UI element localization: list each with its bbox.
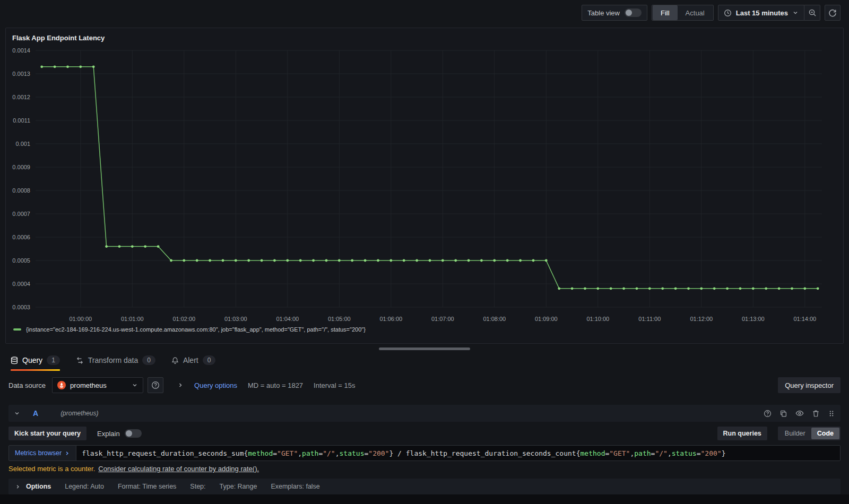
collapse-chevron-icon[interactable] <box>14 410 20 416</box>
toggle-knob <box>626 10 632 16</box>
svg-text:01:13:00: 01:13:00 <box>742 316 765 322</box>
bell-icon <box>171 357 179 364</box>
metrics-browser-label: Metrics browser <box>15 449 62 457</box>
datasource-row: Data source prometheus Query options MD … <box>8 376 841 394</box>
explain-toggle[interactable] <box>125 429 142 438</box>
tab-query-label: Query <box>22 356 42 364</box>
explain-label: Explain <box>97 430 120 438</box>
query-options-summary-row: Options Legend: Auto Format: Time series… <box>8 479 841 494</box>
svg-text:01:03:00: 01:03:00 <box>224 316 247 322</box>
fill-button[interactable]: Fill <box>653 5 678 20</box>
svg-text:01:14:00: 01:14:00 <box>793 316 816 322</box>
promql-query-input[interactable]: flask_http_request_duration_seconds_sum{… <box>76 446 840 460</box>
panel-title: Flask App Endpoint Latency <box>6 28 843 43</box>
svg-text:0.0005: 0.0005 <box>12 257 30 264</box>
svg-text:0.0008: 0.0008 <box>12 187 30 194</box>
legend-swatch <box>13 328 21 331</box>
search-minus-icon <box>808 8 817 17</box>
builder-button[interactable]: Builder <box>779 428 811 439</box>
tab-query-count: 1 <box>47 355 60 365</box>
query-options-group: Query options MD = auto = 1827 Interval … <box>177 381 355 389</box>
svg-text:0.0006: 0.0006 <box>12 234 30 240</box>
svg-text:01:12:00: 01:12:00 <box>690 316 713 322</box>
query-toolbar: Kick start your query Explain Run querie… <box>8 427 841 440</box>
svg-text:0.0004: 0.0004 <box>12 281 30 287</box>
drag-handle-icon[interactable] <box>828 410 835 418</box>
query-inspector-button[interactable]: Query inspector <box>778 377 841 393</box>
query-ref-id[interactable]: A <box>33 409 38 418</box>
svg-text:01:00:00: 01:00:00 <box>69 316 92 322</box>
query-options-interval: Interval = 15s <box>314 381 355 389</box>
chevron-right-icon <box>64 450 70 456</box>
query-options-link[interactable]: Query options <box>194 381 237 389</box>
datasource-name: prometheus <box>70 381 127 389</box>
svg-text:01:09:00: 01:09:00 <box>535 316 558 322</box>
svg-text:01:10:00: 01:10:00 <box>586 316 609 322</box>
warning-text: Selected metric is a counter. <box>8 465 95 473</box>
svg-text:01:02:00: 01:02:00 <box>172 316 195 322</box>
chevron-right-icon[interactable] <box>177 382 184 388</box>
svg-text:01:01:00: 01:01:00 <box>121 316 144 322</box>
refresh-button[interactable] <box>825 5 841 21</box>
tab-alert-count: 0 <box>203 355 216 365</box>
promql-editor-row: Metrics browser flask_http_request_durat… <box>8 445 841 461</box>
svg-text:01:08:00: 01:08:00 <box>483 316 506 322</box>
remove-query-trash-icon[interactable] <box>812 410 820 418</box>
query-row-header: A (prometheus) <box>8 405 841 422</box>
svg-text:01:11:00: 01:11:00 <box>638 316 661 322</box>
options-expander[interactable]: Options <box>15 483 51 490</box>
editor-tabs: Query 1 Transform data 0 Alert 0 <box>0 350 849 371</box>
help-circle-icon[interactable] <box>764 410 772 418</box>
metrics-browser-button[interactable]: Metrics browser <box>9 446 76 460</box>
option-legend: Legend: Auto <box>65 483 104 490</box>
svg-text:0.0011: 0.0011 <box>13 117 30 124</box>
latency-panel: Flask App Endpoint Latency 01:00:0001:01… <box>5 28 844 344</box>
clock-icon <box>724 9 732 17</box>
svg-text:0.0014: 0.0014 <box>12 47 30 54</box>
panel-editor-toolbar: Table view Fill Actual Last 15 minutes <box>0 0 849 25</box>
svg-text:01:07:00: 01:07:00 <box>431 316 454 322</box>
table-view-toggle[interactable] <box>625 8 642 17</box>
run-queries-button[interactable]: Run queries <box>717 427 767 440</box>
query-row-actions <box>764 409 835 418</box>
warning-rate-link[interactable]: Consider calculating rate of counter by … <box>98 465 259 473</box>
svg-text:01:05:00: 01:05:00 <box>328 316 351 322</box>
datasource-select[interactable]: prometheus <box>52 377 143 393</box>
tab-transform-label: Transform data <box>88 356 138 364</box>
chevron-down-icon <box>792 10 799 16</box>
tab-alert[interactable]: Alert 0 <box>171 355 215 371</box>
svg-text:01:04:00: 01:04:00 <box>276 316 299 322</box>
legend-series-label[interactable]: {instance="ec2-184-169-216-224.us-west-1… <box>26 326 366 333</box>
table-view-control: Table view <box>582 5 647 21</box>
options-label: Options <box>26 483 51 490</box>
svg-text:0.0013: 0.0013 <box>12 71 30 77</box>
zoom-out-button[interactable] <box>804 5 820 21</box>
bottom-strip <box>0 494 849 504</box>
tab-transform-data[interactable]: Transform data 0 <box>76 355 155 371</box>
chevron-right-icon <box>15 484 21 490</box>
code-button[interactable]: Code <box>811 428 839 439</box>
tab-query[interactable]: Query 1 <box>11 355 60 371</box>
hide-response-eye-icon[interactable] <box>795 409 804 418</box>
explain-control: Explain <box>97 429 142 438</box>
duplicate-query-icon[interactable] <box>779 410 787 418</box>
svg-text:01:06:00: 01:06:00 <box>379 316 402 322</box>
latency-chart[interactable]: 01:00:0001:01:0001:02:0001:03:0001:04:00… <box>8 43 841 328</box>
toggle-knob <box>126 430 132 437</box>
kick-start-query-button[interactable]: Kick start your query <box>8 427 86 440</box>
counter-warning: Selected metric is a counter. Consider c… <box>8 465 841 473</box>
svg-text:0.0003: 0.0003 <box>12 304 30 310</box>
option-exemplars: Exemplars: false <box>271 483 319 490</box>
actual-button[interactable]: Actual <box>678 5 713 20</box>
database-icon <box>11 357 18 364</box>
datasource-label: Data source <box>8 381 46 389</box>
builder-code-switcher: Builder Code <box>778 427 841 440</box>
transform-icon <box>76 357 84 364</box>
time-range-picker[interactable]: Last 15 minutes <box>718 5 804 21</box>
datasource-help-button[interactable] <box>148 377 163 393</box>
tab-alert-label: Alert <box>183 356 198 364</box>
svg-text:0.001: 0.001 <box>15 141 30 147</box>
chevron-down-icon <box>132 382 138 388</box>
svg-text:0.0007: 0.0007 <box>12 211 30 217</box>
svg-text:0.0009: 0.0009 <box>12 164 30 170</box>
